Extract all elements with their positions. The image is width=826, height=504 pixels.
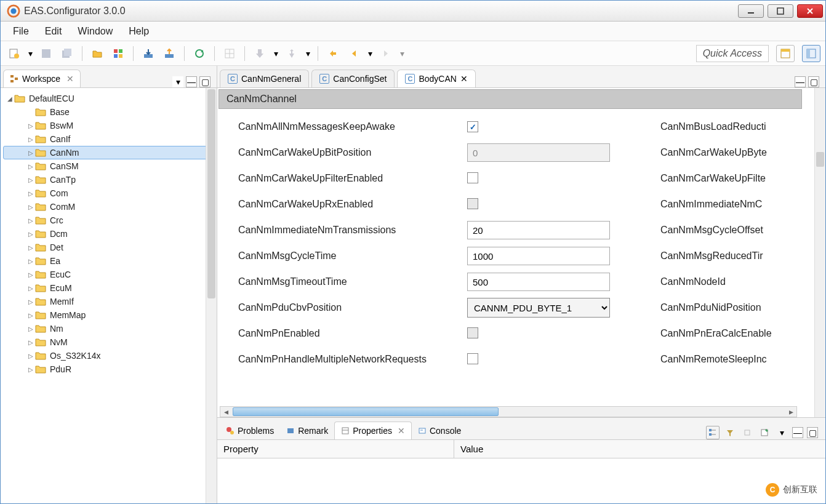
open-perspective-icon[interactable] — [776, 45, 795, 62]
tree-mode-icon[interactable] — [706, 426, 720, 439]
menu-help[interactable]: Help — [121, 22, 156, 41]
tree-item-crc[interactable]: ▷Crc — [3, 214, 214, 227]
pin-icon[interactable] — [740, 426, 754, 439]
tree-item-dcm[interactable]: ▷Dcm — [3, 227, 214, 241]
tree-item-cantp[interactable]: ▷CanTp — [3, 173, 214, 186]
value-column-header[interactable]: Value — [454, 440, 825, 458]
tree-item-memif[interactable]: ▷MemIf — [3, 295, 214, 308]
svg-rect-12 — [119, 54, 122, 58]
minimize-button[interactable] — [738, 4, 764, 18]
tree-item-memmap[interactable]: ▷MemMap — [3, 308, 214, 322]
select-input[interactable]: CANNM_PDU_BYTE_1 — [467, 298, 610, 318]
checkbox[interactable] — [467, 198, 478, 209]
text-input[interactable] — [467, 221, 610, 239]
import-icon[interactable] — [140, 45, 157, 62]
tree-root[interactable]: ◢DefaultECU — [3, 92, 214, 105]
bottom-tab-problems[interactable]: Problems — [220, 422, 280, 439]
tree-item-os_s32k14x[interactable]: ▷Os_S32K14x — [3, 349, 214, 362]
forward-icon[interactable] — [377, 45, 395, 62]
separator — [184, 46, 185, 61]
checkbox[interactable] — [467, 121, 478, 132]
editor-tab-bodycan[interactable]: CBodyCAN✕ — [397, 70, 475, 87]
text-input[interactable] — [467, 143, 610, 162]
close-button[interactable] — [797, 4, 823, 18]
menu-edit[interactable]: Edit — [38, 22, 70, 41]
save-icon[interactable] — [38, 45, 55, 62]
filter-icon[interactable] — [723, 426, 737, 439]
tree-item-det[interactable]: ▷Det — [3, 241, 214, 254]
workspace-tree[interactable]: ◢DefaultECU Base▷BswM▷CanIf▷CanNm▷CanSM▷… — [1, 88, 217, 503]
tree-item-cansm[interactable]: ▷CanSM — [3, 159, 214, 173]
open-icon[interactable] — [89, 45, 106, 62]
checkbox[interactable] — [467, 353, 478, 364]
horizontal-scrollbar[interactable]: ◂ ▸ — [220, 406, 797, 417]
tree-item-ecuc[interactable]: ▷EcuC — [3, 268, 214, 281]
close-icon[interactable]: ✕ — [460, 74, 468, 84]
new-icon[interactable] — [6, 45, 23, 62]
new-dropdown[interactable]: ▾ — [26, 49, 34, 58]
tree-item-comm[interactable]: ▷ComM — [3, 200, 214, 214]
tree-item-ea[interactable]: ▷Ea — [3, 254, 214, 268]
refresh-icon[interactable] — [191, 45, 208, 62]
vscroll-thumb[interactable] — [816, 152, 824, 167]
menu-file[interactable]: File — [6, 22, 36, 41]
minimize-view-icon[interactable]: — — [186, 76, 197, 87]
maximize-view-icon[interactable]: ▢ — [199, 76, 211, 87]
workspace-tab[interactable]: Workspce ✕ — [3, 70, 81, 87]
tree-item-nvm[interactable]: ▷NvM — [3, 335, 214, 349]
view-menu-icon[interactable]: ▾ — [775, 426, 788, 439]
bottom-tab-console[interactable]: Console — [412, 422, 467, 439]
run-icon[interactable] — [283, 45, 300, 62]
scroll-left-icon[interactable]: ◂ — [220, 407, 231, 417]
quick-access[interactable]: Quick Access — [696, 45, 769, 62]
tree-item-nm[interactable]: ▷Nm — [3, 322, 214, 335]
console-icon — [418, 426, 427, 435]
tree-item-canif[interactable]: ▷CanIf — [3, 132, 214, 146]
checkbox[interactable] — [467, 172, 478, 183]
tree-item-com[interactable]: ▷Com — [3, 186, 214, 200]
property-column-header[interactable]: Property — [217, 440, 454, 458]
properties-table: Property Value — [217, 440, 825, 503]
checkbox[interactable] — [467, 327, 478, 338]
forward-dropdown[interactable]: ▾ — [398, 49, 406, 58]
close-icon[interactable]: ✕ — [66, 74, 74, 84]
maximize-editor-icon[interactable]: ▢ — [808, 76, 819, 87]
text-input[interactable] — [467, 247, 610, 265]
run-dropdown[interactable]: ▾ — [304, 49, 311, 58]
tree-item-base[interactable]: Base — [3, 105, 214, 119]
generate-dropdown[interactable]: ▾ — [272, 49, 279, 58]
tree-item-pdur[interactable]: ▷PduR — [3, 362, 214, 376]
minimize-editor-icon[interactable]: — — [795, 76, 806, 87]
hscroll-thumb[interactable] — [233, 407, 499, 416]
editor-tab-canconfigset[interactable]: CCanConfigSet — [311, 70, 395, 87]
view-menu-icon[interactable]: ▾ — [172, 76, 183, 87]
editor-tab-cannmgeneral[interactable]: CCanNmGeneral — [220, 70, 309, 87]
bottom-tab-remark[interactable]: Remark — [280, 422, 334, 439]
vertical-scrollbar[interactable] — [814, 88, 825, 417]
save-all-icon[interactable] — [58, 45, 76, 62]
menu-window[interactable]: Window — [70, 22, 120, 41]
back-icon[interactable] — [345, 45, 363, 62]
minimize-bottom-icon[interactable]: — — [792, 427, 803, 438]
form-row: CanNmMsgCycleTimeCanNmMsgReducedTir — [219, 243, 813, 269]
tree-item-cannm[interactable]: ▷CanNm — [3, 146, 214, 159]
tree-scrollbar[interactable] — [206, 88, 217, 503]
tree-item-bswm[interactable]: ▷BswM — [3, 119, 214, 132]
back-dropdown[interactable]: ▾ — [366, 49, 374, 58]
tree-item-ecum[interactable]: ▷EcuM — [3, 281, 214, 295]
text-input[interactable] — [467, 273, 610, 291]
scroll-right-icon[interactable]: ▸ — [785, 407, 796, 417]
close-icon[interactable]: ✕ — [398, 426, 405, 436]
new-prop-icon[interactable] — [758, 426, 771, 439]
scrollbar-thumb[interactable] — [207, 89, 215, 298]
perspective-icon[interactable] — [802, 45, 820, 62]
generate-icon[interactable] — [251, 45, 268, 62]
grid-icon[interactable] — [221, 45, 238, 62]
nav-icon[interactable] — [324, 45, 342, 62]
export-icon[interactable] — [161, 45, 178, 62]
components-icon[interactable] — [110, 45, 127, 62]
bottom-tab-properties[interactable]: Properties✕ — [334, 422, 412, 439]
maximize-bottom-icon[interactable]: ▢ — [807, 427, 818, 438]
field-label: CanNmPnEraCalcEnable — [660, 328, 772, 339]
maximize-button[interactable] — [768, 4, 793, 18]
